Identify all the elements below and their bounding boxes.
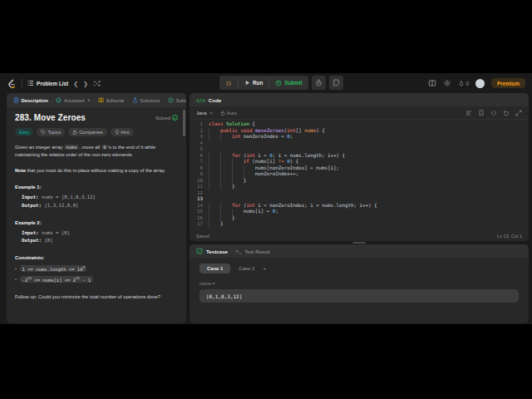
inline-code-zero: 0 — [101, 145, 108, 150]
case-1-tab[interactable]: Case 1 — [200, 264, 230, 273]
flame-icon — [458, 80, 465, 87]
description-paragraph: Given an integer array nums, move all 0'… — [15, 144, 178, 160]
auto-save-indicator[interactable]: Auto — [220, 111, 237, 116]
document-icon — [13, 97, 19, 103]
code-line: 17} — [190, 221, 529, 228]
code-line: 4 — [190, 140, 529, 147]
testcase-header: Testcase | >_ Test Result — [190, 244, 529, 258]
terminal-icon: >_ — [236, 249, 242, 254]
layout-switcher-button[interactable] — [428, 79, 436, 87]
debugger-button[interactable] — [219, 76, 238, 90]
language-select[interactable]: Java — [196, 111, 214, 116]
note-paragraph: Note that you must do this in-place with… — [15, 167, 178, 175]
streak-counter[interactable]: 0 — [458, 80, 470, 87]
tab-solutions[interactable]: Solutions — [132, 97, 160, 103]
bookmark-icon[interactable] — [478, 110, 485, 116]
tab-editorial[interactable]: Editorial — [98, 97, 124, 103]
lock-icon — [72, 130, 77, 135]
followup-paragraph: Follow up: Could you minimize the total … — [15, 294, 178, 299]
tab-test-result[interactable]: Test Result — [244, 249, 270, 254]
close-icon[interactable]: × — [87, 97, 91, 103]
next-problem-button[interactable]: ❯ — [83, 81, 88, 86]
code-line: 14for (int i = nonZeroIndex; i < nums.le… — [190, 203, 529, 209]
run-button[interactable]: Run — [239, 76, 268, 90]
reset-code-icon[interactable] — [503, 110, 510, 116]
random-problem-button[interactable] — [93, 80, 101, 87]
code-line: 11} — [190, 184, 529, 190]
topics-tag[interactable]: Topics — [37, 128, 65, 136]
run-label: Run — [253, 80, 263, 86]
book-icon — [98, 97, 104, 103]
code-line: 10} — [190, 178, 529, 185]
divider — [22, 79, 22, 87]
premium-button[interactable]: Premium — [491, 78, 525, 88]
leetcode-logo-icon[interactable] — [7, 78, 17, 89]
code-panel: </> Code Java Auto — [190, 93, 529, 241]
top-navbar: Problem List ❮ ❯ — [0, 73, 532, 93]
code-line: 6for (int i = 0; i < nums.length; i++) { — [190, 153, 529, 160]
settings-gear-button[interactable] — [443, 79, 451, 87]
code-line: 5 — [190, 146, 529, 153]
fullscreen-icon[interactable] — [515, 110, 522, 116]
add-case-button[interactable]: + — [263, 266, 266, 271]
notes-button[interactable] — [329, 76, 343, 90]
tab-description[interactable]: Description — [13, 97, 48, 103]
testcase-body: Case 1 Case 2 + nums = [0,1,0,3,12] — [190, 258, 529, 308]
problem-list-label: Problem List — [37, 81, 68, 86]
inline-code-nums: nums — [64, 145, 79, 150]
description-scrollbar[interactable] — [183, 110, 185, 136]
description-panel: Description | Accepted × | Editoria — [7, 93, 186, 323]
checklist-icon — [196, 248, 203, 254]
tab-testcase[interactable]: Testcase — [206, 249, 228, 254]
check-circle-icon: ✓ — [172, 115, 178, 121]
example1-heading: Example 1: — [15, 185, 178, 190]
testcase-panel: Testcase | >_ Test Result Case 1 Case 2 … — [190, 244, 529, 323]
lock-icon — [220, 111, 225, 116]
code-line: 16} — [190, 215, 529, 222]
code-line: 12 — [190, 190, 529, 197]
param-label: nums = — [200, 281, 519, 286]
example2-heading: Example 2: — [15, 220, 178, 225]
description-tabbar: Description | Accepted × | Editoria — [7, 93, 186, 107]
difficulty-badge[interactable]: Easy — [15, 128, 33, 136]
code-panel-title: Code — [209, 97, 221, 103]
history-icon — [168, 97, 174, 103]
code-line: 3int nonZeroIndex = 0; — [190, 134, 529, 140]
editor-toolbar: Java Auto — [190, 106, 529, 120]
problem-list-button[interactable]: Problem List — [27, 80, 68, 86]
saved-status: Saved — [196, 234, 209, 239]
code-line: 15nums[i] = 0; — [190, 209, 529, 215]
example1-block: Input: nums = [0,1,0,3,12] Output: [1,3,… — [15, 194, 178, 209]
code-editor[interactable]: 1class Solution {2public void moveZeroes… — [190, 120, 529, 230]
cursor-position: Ln 13, Col 1 — [497, 234, 522, 239]
problem-title: 283. Move Zeroes — [15, 113, 86, 122]
testcase-input[interactable]: [0,1,0,3,12] — [200, 289, 519, 303]
submit-button[interactable]: Submit — [269, 76, 308, 90]
tab-accepted[interactable]: Accepted × — [56, 97, 90, 103]
constraints-list: 1 <= nums.length <= 104-231 <= nums[i] <… — [15, 265, 178, 283]
format-code-icon[interactable] — [466, 110, 472, 116]
submit-label: Submit — [284, 80, 302, 86]
tab-submissions[interactable]: Submissions — [168, 97, 186, 103]
flask-icon — [132, 97, 138, 103]
accepted-check-icon — [56, 97, 62, 103]
brackets-icon[interactable] — [490, 110, 497, 116]
tag-icon — [41, 130, 46, 135]
avatar[interactable] — [475, 79, 485, 88]
hint-tag[interactable]: Hint — [111, 128, 134, 136]
leetcode-window: Problem List ❮ ❯ — [0, 73, 532, 324]
case-2-tab[interactable]: Case 2 — [239, 266, 254, 271]
constraints-heading: Constraints: — [15, 255, 178, 260]
editor-statusbar: Saved Ln 13, Col 1 — [190, 230, 529, 241]
prev-problem-button[interactable]: ❮ — [73, 81, 78, 86]
code-line: 8nums[nonZeroIndex] = nums[i]; — [190, 165, 529, 172]
example2-block: Input: nums = [0] Output: [0] — [15, 229, 178, 245]
code-line: 2public void moveZeroes(int[] nums) { — [190, 128, 529, 135]
companies-tag[interactable]: Companies — [68, 128, 106, 136]
lightbulb-icon — [115, 130, 120, 135]
code-line: 1class Solution { — [190, 121, 529, 128]
solved-badge: Solved ✓ — [155, 115, 178, 121]
code-panel-header: </> Code — [190, 93, 529, 106]
timer-button[interactable] — [312, 76, 326, 90]
chevron-down-icon — [209, 111, 214, 116]
